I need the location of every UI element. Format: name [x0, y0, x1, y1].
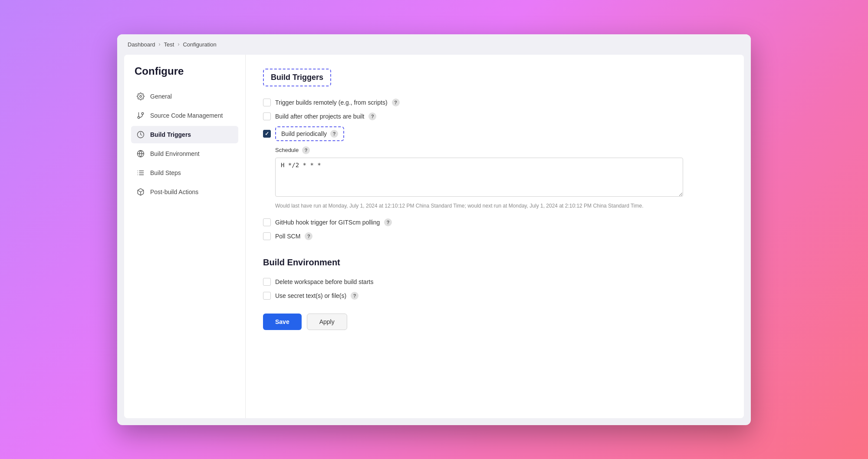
box-icon — [136, 188, 145, 196]
schedule-section: Schedule ? H */2 * * * Would last have r… — [275, 146, 727, 210]
checkbox-use-secret[interactable] — [263, 292, 271, 300]
sidebar-label-build-environment: Build Environment — [150, 150, 200, 157]
save-button[interactable]: Save — [263, 314, 302, 330]
sidebar-label-post-build-actions: Post-build Actions — [150, 188, 198, 195]
help-build-after-other[interactable]: ? — [368, 112, 376, 120]
build-environment-section: Build Environment Delete workspace befor… — [263, 258, 727, 300]
svg-point-0 — [140, 95, 142, 97]
checkbox-github-hook[interactable] — [263, 218, 271, 226]
help-poll-scm[interactable]: ? — [305, 232, 312, 240]
option-trigger-remotely: Trigger builds remotely (e.g., from scri… — [263, 99, 727, 106]
help-trigger-remotely[interactable]: ? — [392, 99, 400, 106]
branch-icon — [136, 111, 145, 120]
label-poll-scm: Poll SCM — [275, 233, 300, 240]
globe-icon — [136, 149, 145, 158]
sidebar-label-build-triggers: Build Triggers — [150, 131, 191, 138]
checkbox-build-periodically[interactable] — [263, 130, 271, 138]
help-build-periodically[interactable]: ? — [330, 130, 338, 138]
option-poll-scm: Poll SCM ? — [263, 232, 727, 240]
sidebar-item-post-build-actions[interactable]: Post-build Actions — [131, 183, 238, 201]
sidebar-item-build-steps[interactable]: Build Steps — [131, 164, 238, 182]
apply-button[interactable]: Apply — [307, 314, 347, 330]
sidebar-label-build-steps: Build Steps — [150, 169, 181, 176]
breadcrumb-configuration: Configuration — [183, 41, 216, 48]
label-github-hook: GitHub hook trigger for GITScm polling — [275, 219, 380, 226]
sidebar-item-general[interactable]: General — [131, 88, 238, 105]
sidebar-item-source-code-management[interactable]: Source Code Management — [131, 107, 238, 124]
option-build-after-other: Build after other projects are built ? — [263, 112, 727, 120]
option-build-periodically: Build periodically ? — [263, 126, 727, 141]
checkbox-delete-workspace[interactable] — [263, 278, 271, 286]
build-environment-title: Build Environment — [263, 258, 727, 267]
label-build-periodically: Build periodically — [281, 130, 327, 137]
main-content: Build Triggers Trigger builds remotely (… — [246, 55, 744, 418]
sidebar-title: Configure — [131, 65, 238, 77]
gear-icon — [136, 92, 145, 101]
sidebar: Configure General Source Code Management — [124, 55, 246, 418]
checkbox-build-after-other[interactable] — [263, 112, 271, 120]
sidebar-item-build-triggers[interactable]: Build Triggers — [131, 126, 238, 143]
breadcrumb: Dashboard › Test › Configuration — [117, 34, 751, 55]
breadcrumb-dashboard[interactable]: Dashboard — [128, 41, 155, 48]
label-build-after-other: Build after other projects are built — [275, 113, 364, 120]
schedule-info-text: Would last have run at Monday, July 1, 2… — [275, 202, 683, 210]
schedule-label-row: Schedule ? — [275, 146, 727, 154]
label-trigger-remotely: Trigger builds remotely (e.g., from scri… — [275, 99, 388, 106]
option-github-hook: GitHub hook trigger for GITScm polling ? — [263, 218, 727, 226]
schedule-input[interactable]: H */2 * * * — [275, 158, 683, 197]
main-window: Dashboard › Test › Configuration Configu… — [117, 34, 751, 425]
checkbox-trigger-remotely[interactable] — [263, 99, 271, 106]
sidebar-label-scm: Source Code Management — [150, 112, 223, 119]
schedule-label-text: Schedule — [275, 147, 299, 153]
breadcrumb-sep-1: › — [159, 41, 161, 47]
main-layout: Configure General Source Code Management — [124, 55, 744, 418]
help-github-hook[interactable]: ? — [384, 218, 392, 226]
checkbox-poll-scm[interactable] — [263, 232, 271, 240]
option-delete-workspace: Delete workspace before build starts — [263, 278, 727, 286]
help-schedule[interactable]: ? — [302, 146, 310, 154]
build-periodically-label-box: Build periodically ? — [275, 126, 344, 141]
label-delete-workspace: Delete workspace before build starts — [275, 278, 373, 285]
help-use-secret[interactable]: ? — [351, 292, 358, 300]
build-triggers-title: Build Triggers — [271, 73, 323, 82]
sidebar-item-build-environment[interactable]: Build Environment — [131, 145, 238, 162]
breadcrumb-test[interactable]: Test — [164, 41, 174, 48]
option-use-secret: Use secret text(s) or file(s) ? — [263, 292, 727, 300]
label-use-secret: Use secret text(s) or file(s) — [275, 292, 346, 299]
clock-icon — [136, 130, 145, 139]
list-icon — [136, 168, 145, 177]
sidebar-label-general: General — [150, 93, 172, 100]
action-buttons: Save Apply — [263, 314, 727, 330]
breadcrumb-sep-2: › — [178, 41, 179, 47]
build-triggers-header-box: Build Triggers — [263, 69, 331, 86]
